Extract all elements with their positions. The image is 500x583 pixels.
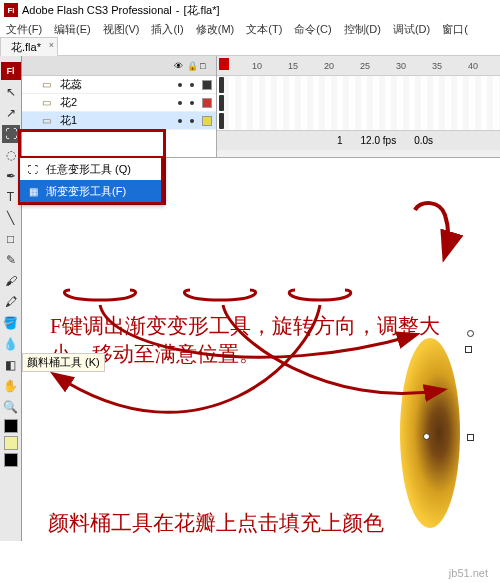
free-transform-option[interactable]: ⛶ 任意变形工具 (Q) xyxy=(20,158,161,180)
rect-tool-icon[interactable]: □ xyxy=(2,230,20,248)
document-tabs: 花.fla* × xyxy=(0,38,500,56)
toolbox: Fl ↖ ↗ ⛶ ◌ ✒ T ╲ □ ✎ 🖌 🖍 🪣 💧 ◧ ✋ 🔍 xyxy=(0,56,22,541)
lasso-tool-icon[interactable]: ◌ xyxy=(2,146,20,164)
doc-tab[interactable]: 花.fla* × xyxy=(0,37,58,57)
color-swatch[interactable] xyxy=(202,98,212,108)
menu-view[interactable]: 视图(V) xyxy=(103,22,140,37)
doc-title: [花.fla*] xyxy=(183,3,219,18)
annotation-instruction-2: 颜料桶工具在花瓣上点击填充上颜色 xyxy=(48,509,384,537)
menu-modify[interactable]: 修改(M) xyxy=(196,22,235,37)
layer-row[interactable]: ▭花2 xyxy=(22,94,216,112)
color-swatch[interactable] xyxy=(202,80,212,90)
layer-icon: ▭ xyxy=(42,115,54,126)
stroke-swatch[interactable] xyxy=(4,419,18,433)
free-transform-tool-icon[interactable]: ⛶ xyxy=(2,125,20,143)
flyout-label: 任意变形工具 (Q) xyxy=(46,162,131,177)
menubar: 文件(F) 编辑(E) 视图(V) 插入(I) 修改(M) 文本(T) 命令(C… xyxy=(0,20,500,38)
paint-bucket-tool-icon[interactable]: 🪣 xyxy=(2,314,20,332)
ruler-tick: 15 xyxy=(288,61,298,71)
watermark: jb51.net xyxy=(449,567,488,579)
timeline: 👁 🔒 □ ▭花蕊▭花2▭花1 510152025303540 1 12.0 xyxy=(22,56,500,158)
layers-header: 👁 🔒 □ xyxy=(22,56,216,76)
gradient-transform-option[interactable]: ▦ 渐变变形工具(F) xyxy=(20,180,161,202)
keyframe[interactable] xyxy=(219,95,224,111)
lock-dot[interactable] xyxy=(190,101,194,105)
eye-icon[interactable]: 👁 xyxy=(174,61,184,71)
menu-edit[interactable]: 编辑(E) xyxy=(54,22,91,37)
keyframe[interactable] xyxy=(219,113,224,129)
stage-area: 👁 🔒 □ ▭花蕊▭花2▭花1 510152025303540 1 12.0 xyxy=(22,56,500,541)
ruler-tick: 40 xyxy=(468,61,478,71)
gradient-size-handle[interactable] xyxy=(467,434,474,441)
gradient-transform-icon: ▦ xyxy=(26,184,40,198)
keyframe[interactable] xyxy=(219,77,224,93)
gradient-center-handle[interactable] xyxy=(423,433,430,440)
fill-swatch-bot[interactable] xyxy=(4,453,18,467)
doc-tab-label: 花.fla* xyxy=(11,41,41,53)
selection-tool-icon[interactable]: ↖ xyxy=(2,83,20,101)
layer-icon: ▭ xyxy=(42,79,54,90)
layer-name: 花2 xyxy=(60,95,172,110)
status-fps: 12.0 fps xyxy=(361,135,397,146)
brush-tool-icon[interactable]: 🖌 xyxy=(2,272,20,290)
menu-debug[interactable]: 调试(D) xyxy=(393,22,430,37)
app-title: Adobe Flash CS3 Professional xyxy=(22,4,172,16)
vis-dot[interactable] xyxy=(178,83,182,87)
menu-text[interactable]: 文本(T) xyxy=(246,22,282,37)
layers-panel: 👁 🔒 □ ▭花蕊▭花2▭花1 xyxy=(22,56,217,157)
layer-row[interactable]: ▭花1 xyxy=(22,112,216,130)
status-frame: 1 xyxy=(337,135,343,146)
ruler-tick: 35 xyxy=(432,61,442,71)
ruler-tick: 25 xyxy=(360,61,370,71)
menu-insert[interactable]: 插入(I) xyxy=(151,22,183,37)
eraser-tool-icon[interactable]: ◧ xyxy=(2,356,20,374)
text-tool-icon[interactable]: T xyxy=(2,188,20,206)
gradient-handle[interactable] xyxy=(465,346,472,353)
ruler-tick: 20 xyxy=(324,61,334,71)
color-swatch[interactable] xyxy=(202,116,212,126)
line-tool-icon[interactable]: ╲ xyxy=(2,209,20,227)
ruler-tick: 10 xyxy=(252,61,262,71)
layer-name: 花1 xyxy=(60,113,172,128)
ink-tool-icon[interactable]: 🖍 xyxy=(2,293,20,311)
menu-window[interactable]: 窗口( xyxy=(442,22,468,37)
vis-dot[interactable] xyxy=(178,119,182,123)
free-transform-icon: ⛶ xyxy=(26,162,40,176)
vis-dot[interactable] xyxy=(178,101,182,105)
close-icon[interactable]: × xyxy=(49,40,54,50)
toolbox-header: Fl xyxy=(1,62,21,80)
status-time: 0.0s xyxy=(414,135,433,146)
pencil-tool-icon[interactable]: ✎ xyxy=(2,251,20,269)
outline-icon[interactable]: □ xyxy=(200,61,210,71)
playhead[interactable] xyxy=(219,58,229,70)
fill-swatch-top[interactable] xyxy=(4,436,18,450)
app-icon: Fl xyxy=(4,3,18,17)
tooltip-paint-bucket: 颜料桶工具 (K) xyxy=(22,353,105,372)
frames-panel[interactable]: 510152025303540 1 12.0 fps 0.0s xyxy=(217,56,500,157)
layer-icon: ▭ xyxy=(42,97,54,108)
timeline-status: 1 12.0 fps 0.0s xyxy=(217,130,500,150)
frame-cells[interactable] xyxy=(217,76,500,130)
lock-dot[interactable] xyxy=(190,83,194,87)
annotation-instruction-1: F键调出渐变变形工具，旋转方向，调整大小，移动至满意位置。 xyxy=(50,312,450,369)
layer-row[interactable]: ▭花蕊 xyxy=(22,76,216,94)
zoom-tool-icon[interactable]: 🔍 xyxy=(2,398,20,416)
pen-tool-icon[interactable]: ✒ xyxy=(2,167,20,185)
eyedropper-tool-icon[interactable]: 💧 xyxy=(2,335,20,353)
subselect-tool-icon[interactable]: ↗ xyxy=(2,104,20,122)
lock-dot[interactable] xyxy=(190,119,194,123)
gradient-rotate-handle[interactable] xyxy=(467,330,474,337)
lock-icon[interactable]: 🔒 xyxy=(187,61,197,71)
transform-tool-flyout: ⛶ 任意变形工具 (Q) ▦ 渐变变形工具(F) xyxy=(18,156,163,204)
titlebar: Fl Adobe Flash CS3 Professional - [花.fla… xyxy=(0,0,500,20)
ruler-tick: 30 xyxy=(396,61,406,71)
layer-name: 花蕊 xyxy=(60,77,172,92)
flyout-label: 渐变变形工具(F) xyxy=(46,184,126,199)
menu-file[interactable]: 文件(F) xyxy=(6,22,42,37)
frame-ruler: 510152025303540 xyxy=(217,56,500,76)
hand-tool-icon[interactable]: ✋ xyxy=(2,377,20,395)
menu-control[interactable]: 控制(D) xyxy=(344,22,381,37)
menu-commands[interactable]: 命令(C) xyxy=(294,22,331,37)
